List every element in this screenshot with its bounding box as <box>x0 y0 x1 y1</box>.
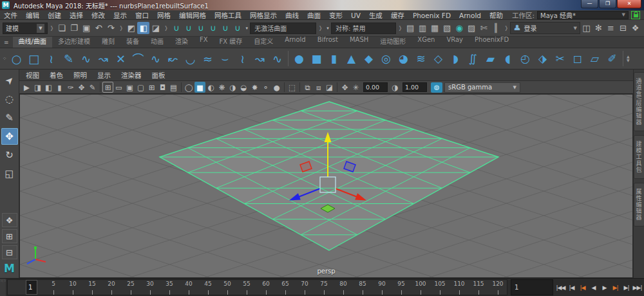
shelf-tab-FX[interactable]: FX <box>194 37 214 48</box>
scale-tool[interactable]: ◱ <box>1 165 18 182</box>
group-divider[interactable]: ❭ <box>398 23 402 34</box>
current-frame-field[interactable]: 1 <box>511 279 553 295</box>
frame-tick-35[interactable]: 35 <box>160 280 179 295</box>
bookmark-icon[interactable]: ▮ <box>54 82 65 93</box>
frame-tick-50[interactable]: 50 <box>218 280 237 295</box>
menu-网格显示[interactable]: 网格显示 <box>250 12 277 19</box>
menu-网格[interactable]: 网格 <box>157 12 171 19</box>
snap-live-icon[interactable]: ∪ <box>231 22 243 34</box>
ipr-render-icon[interactable]: ▥ <box>417 22 429 34</box>
2d-pan-zoom-icon[interactable]: ✥ <box>76 82 87 93</box>
frame-tick-70[interactable]: 70 <box>295 280 314 295</box>
use-all-lights-icon[interactable]: ❋ <box>216 82 227 93</box>
offset-curve-icon[interactable]: ≀ <box>234 50 251 68</box>
go-to-end-button[interactable]: ▶▶| <box>632 280 643 295</box>
shelf-tab-PhoenixFD[interactable]: PhoenixFD <box>469 37 515 48</box>
shelf-grip[interactable]: ⁘ <box>1 56 8 62</box>
open-scene-icon[interactable]: ❐ <box>68 22 80 34</box>
snap-curve-icon[interactable]: ∪ <box>182 22 194 34</box>
move-tool[interactable]: ✥ <box>1 128 18 145</box>
menu-创建[interactable]: 创建 <box>48 12 61 19</box>
play-forwards-button[interactable]: ▶ <box>599 280 610 295</box>
hypershade-icon[interactable]: ◉ <box>453 22 466 34</box>
nurbs-plane-icon[interactable]: ◆ <box>360 50 377 68</box>
step-forward-key-button[interactable]: ▶| <box>610 280 621 295</box>
ambient-occlusion-icon[interactable]: ◒ <box>238 82 249 93</box>
shelf-tab-MASH[interactable]: MASH <box>344 37 374 48</box>
go-to-start-button[interactable]: |◀◀ <box>555 280 566 295</box>
extend-curve-icon[interactable]: ⌣ <box>216 50 234 68</box>
frame-tick-90[interactable]: 90 <box>372 280 392 295</box>
reverse-curve-icon[interactable]: ↝ <box>251 50 269 68</box>
frame-tick-85[interactable]: 85 <box>353 280 372 295</box>
pause-viewport-icon[interactable]: ║ <box>490 22 502 34</box>
planar-icon[interactable]: ◇ <box>430 50 447 68</box>
nurbs-cylinder-icon[interactable]: ▮ <box>325 50 343 68</box>
menu-编辑网格[interactable]: 编辑网格 <box>179 12 206 19</box>
modeling-toolkit-toggle-icon[interactable]: ◫ <box>580 22 592 34</box>
panel-menu-视图[interactable]: 视图 <box>26 71 39 79</box>
wireframe-icon[interactable]: ◯ <box>184 82 194 93</box>
frame-tick-10[interactable]: 10 <box>63 280 82 295</box>
lasso-select-tool[interactable]: ◌ <box>1 91 18 107</box>
color-management-icon[interactable]: ◍ <box>431 82 442 93</box>
menu-生成[interactable]: 生成 <box>369 12 383 19</box>
gate-mask-icon[interactable]: ▢ <box>135 82 146 93</box>
sculpt-tool-icon[interactable]: ✐ <box>603 50 621 68</box>
project-curve-icon[interactable]: ⬗ <box>534 50 551 68</box>
menu-选择[interactable]: 选择 <box>70 12 83 19</box>
character-controls-icon[interactable]: ✻ <box>592 22 605 34</box>
panel-menu-面板[interactable]: 面板 <box>152 71 166 79</box>
frame-tick-115[interactable]: 115 <box>469 280 488 295</box>
workspace-selector[interactable]: Maya 经典* ▼ <box>537 11 629 19</box>
play-backwards-button[interactable]: ◀ <box>588 280 599 295</box>
textured-icon[interactable]: ◐ <box>205 82 216 93</box>
frame-tick-95[interactable]: 95 <box>392 280 411 295</box>
field-chart-icon[interactable]: ⊞ <box>146 82 157 93</box>
step-back-key-button[interactable]: |◀ <box>577 280 588 295</box>
lock-camera-icon[interactable]: ◨ <box>32 82 43 93</box>
shelf-scroll-arrows[interactable]: ▲▼ <box>627 55 630 62</box>
bevel-icon[interactable]: ◖ <box>499 50 516 68</box>
bevel-plus-icon[interactable]: ◴ <box>516 50 534 68</box>
frame-tick-120[interactable]: 120 <box>488 280 507 295</box>
insert-knot-icon[interactable]: ≈ <box>199 50 216 68</box>
shelf-tab-运动图形[interactable]: 运动图形 <box>374 37 412 48</box>
attribute-editor-toggle-icon[interactable]: ⊟ <box>617 22 629 34</box>
panel-menu-照明[interactable]: 照明 <box>73 71 87 79</box>
nurbs-circle-icon[interactable]: ○ <box>8 50 25 68</box>
wireframe-on-shaded-icon[interactable]: ◪ <box>324 82 335 93</box>
group-divider[interactable]: ❭ <box>119 23 124 34</box>
shaded-icon[interactable]: ■ <box>194 82 205 93</box>
step-forward-frame-button[interactable]: ▶| <box>621 280 632 295</box>
select-tool[interactable]: ➤ <box>0 69 21 93</box>
safe-title-icon[interactable]: ▤ <box>168 82 179 93</box>
frame-tick-30[interactable]: 30 <box>140 280 160 295</box>
menu-窗口[interactable]: 窗口 <box>135 12 149 19</box>
gamma-selector[interactable]: sRGB gamma ▼ <box>444 82 520 93</box>
tool-settings-toggle-icon[interactable]: ❖ <box>629 22 641 34</box>
image-plane-icon[interactable]: ✑ <box>65 82 76 93</box>
birail-icon[interactable]: ∬ <box>464 50 482 68</box>
select-hierarchy-icon[interactable]: ◩ <box>125 22 137 34</box>
frame-tick-65[interactable]: 65 <box>276 280 295 295</box>
nurbs-cube-icon[interactable]: ■ <box>308 50 325 68</box>
menu-UV[interactable]: UV <box>351 12 361 19</box>
untrim-icon[interactable]: ◻ <box>569 50 586 68</box>
panel-menu-渲染器[interactable]: 渲染器 <box>121 71 142 79</box>
paint-select-tool[interactable]: ✎ <box>1 109 18 126</box>
attach-curves-icon[interactable]: ∿ <box>147 50 164 68</box>
frame-tick-80[interactable]: 80 <box>334 280 353 295</box>
nurbs-cone-icon[interactable]: ▲ <box>343 50 360 68</box>
shelf-tab-多边形建模[interactable]: 多边形建模 <box>52 37 96 48</box>
nurbs-square-icon[interactable]: □ <box>25 50 43 68</box>
menu-曲线[interactable]: 曲线 <box>285 12 299 19</box>
group-divider[interactable]: ❭ <box>504 23 509 34</box>
menu-变形[interactable]: 变形 <box>329 12 343 19</box>
group-divider[interactable]: ❭ <box>318 23 323 34</box>
undo-icon[interactable]: ↶ <box>93 22 105 34</box>
shelf-tab-渲染[interactable]: 渲染 <box>169 37 194 48</box>
contrast-field[interactable]: 1.00 <box>402 82 427 92</box>
loft-icon[interactable]: ≋ <box>412 50 430 68</box>
active-surface-field[interactable]: 无激活曲面 <box>250 23 316 34</box>
